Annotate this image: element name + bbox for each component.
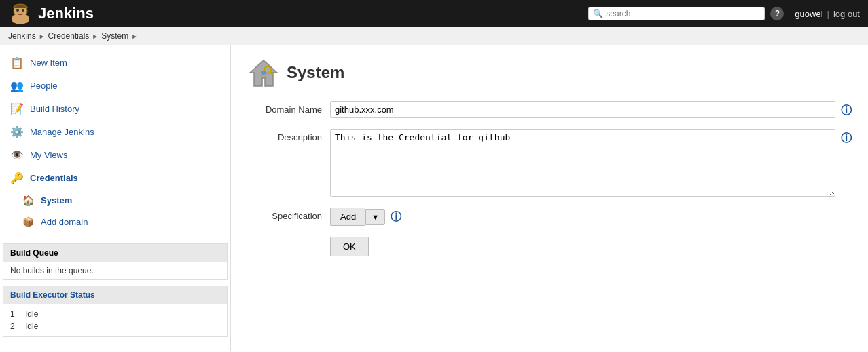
- build-executor-header: Build Executor Status —: [3, 286, 227, 304]
- specification-control-wrap: Add ▼ ⓘ: [330, 208, 852, 226]
- breadcrumb-system-link[interactable]: System: [101, 31, 128, 41]
- domain-name-input[interactable]: [330, 101, 835, 118]
- breadcrumb-arrow-3: ►: [131, 33, 138, 40]
- specification-row: Specification Add ▼ ⓘ: [247, 208, 852, 226]
- system-page-icon: [247, 56, 280, 89]
- sidebar-item-new-item-label: New Item: [30, 58, 67, 68]
- build-executor-title-link[interactable]: Build Executor Status: [10, 290, 95, 300]
- sidebar-item-credentials-label: Credentials: [30, 173, 78, 183]
- layout: 📋 New Item 👥 People 📝 Build History ⚙️ M…: [0, 45, 868, 351]
- search-input[interactable]: [606, 9, 760, 18]
- logout-link[interactable]: log out: [833, 9, 860, 19]
- description-row: Description This is the Credential for g…: [247, 129, 852, 197]
- build-queue-empty-msg: No builds in the queue.: [10, 266, 94, 275]
- my-views-icon: 👁️: [10, 147, 24, 162]
- description-help-icon[interactable]: ⓘ: [841, 132, 852, 146]
- header-help-button[interactable]: ?: [770, 7, 784, 20]
- executor-1-status: Idle: [25, 309, 38, 319]
- build-queue-header: Build Queue —: [3, 244, 227, 262]
- svg-point-9: [261, 71, 266, 75]
- divider: |: [827, 9, 829, 19]
- add-button[interactable]: Add: [330, 208, 365, 226]
- add-dropdown-button[interactable]: ▼: [365, 209, 385, 225]
- credentials-icon: 🔑: [10, 170, 24, 185]
- breadcrumb-jenkins-link[interactable]: Jenkins: [8, 31, 36, 41]
- breadcrumb-jenkins: Jenkins ►: [8, 31, 46, 41]
- description-label: Description: [247, 129, 322, 142]
- executor-1-num: 1: [10, 309, 21, 319]
- sidebar-item-add-domain-label: Add domain: [41, 217, 88, 227]
- description-control-wrap: This is the Credential for github ⓘ: [330, 129, 852, 197]
- breadcrumb-credentials-link[interactable]: Credentials: [48, 31, 90, 41]
- sidebar-item-add-domain[interactable]: 📦 Add domain: [0, 211, 230, 233]
- page-header: System: [247, 56, 852, 89]
- domain-name-row: Domain Name ⓘ: [247, 101, 852, 118]
- logo-area: Jenkins: [8, 1, 94, 26]
- ok-button[interactable]: OK: [330, 237, 369, 256]
- search-box: 🔍: [588, 7, 765, 20]
- new-item-icon: 📋: [10, 55, 24, 70]
- sidebar-item-my-views[interactable]: 👁️ My Views: [0, 143, 230, 166]
- svg-point-4: [16, 9, 19, 12]
- main-content: System Domain Name ⓘ Description This is…: [231, 45, 868, 351]
- add-button-group: Add ▼: [330, 208, 385, 226]
- build-executor-collapse-btn[interactable]: —: [211, 290, 220, 300]
- build-queue-body: No builds in the queue.: [3, 262, 227, 279]
- breadcrumb-credentials: Credentials ►: [48, 31, 99, 41]
- svg-point-5: [22, 9, 24, 12]
- search-area: 🔍 ? guowei | log out: [588, 7, 860, 20]
- sidebar-nav: 📋 New Item 👥 People 📝 Build History ⚙️ M…: [0, 45, 230, 238]
- people-icon: 👥: [10, 78, 24, 93]
- domain-name-control-wrap: ⓘ: [330, 101, 852, 118]
- build-executor-panel: Build Executor Status — 1 Idle 2 Idle: [3, 286, 228, 337]
- executor-2-num: 2: [10, 321, 21, 331]
- build-queue-panel: Build Queue — No builds in the queue.: [3, 243, 228, 280]
- sidebar-item-system-label: System: [41, 195, 72, 206]
- ok-button-row: OK: [247, 237, 852, 256]
- jenkins-logo: [8, 1, 33, 26]
- add-domain-icon: 📦: [20, 214, 35, 229]
- svg-rect-3: [12, 15, 29, 23]
- executor-row-2: 2 Idle: [10, 320, 220, 332]
- breadcrumb-arrow-2: ►: [92, 33, 98, 40]
- domain-name-help-icon[interactable]: ⓘ: [841, 104, 852, 118]
- system-icon: 🏠: [20, 193, 35, 208]
- domain-name-label: Domain Name: [247, 101, 322, 115]
- sidebar-item-my-views-label: My Views: [30, 150, 67, 160]
- search-icon: 🔍: [593, 9, 603, 18]
- sidebar-item-build-history-label: Build History: [30, 104, 79, 114]
- sidebar-item-people-label: People: [30, 81, 57, 91]
- sidebar-item-system[interactable]: 🏠 System: [0, 189, 230, 211]
- build-history-icon: 📝: [10, 101, 24, 116]
- sidebar-item-credentials[interactable]: 🔑 Credentials: [0, 166, 230, 189]
- breadcrumb: Jenkins ► Credentials ► System ►: [0, 27, 868, 45]
- sidebar-item-manage-jenkins-label: Manage Jenkins: [30, 127, 94, 137]
- executor-row-1: 1 Idle: [10, 308, 220, 320]
- executor-2-status: Idle: [25, 321, 38, 331]
- specification-help-icon[interactable]: ⓘ: [391, 210, 401, 224]
- build-queue-title: Build Queue: [10, 248, 58, 258]
- user-area: guowei | log out: [795, 9, 860, 19]
- sidebar-item-build-history[interactable]: 📝 Build History: [0, 97, 230, 120]
- app-header: Jenkins 🔍 ? guowei | log out: [0, 0, 868, 27]
- sidebar: 📋 New Item 👥 People 📝 Build History ⚙️ M…: [0, 45, 231, 351]
- description-textarea[interactable]: This is the Credential for github: [330, 129, 835, 197]
- manage-jenkins-icon: ⚙️: [10, 124, 24, 139]
- username-label: guowei: [795, 9, 822, 19]
- app-title: Jenkins: [38, 5, 94, 22]
- breadcrumb-system: System ►: [101, 31, 138, 41]
- sidebar-item-people[interactable]: 👥 People: [0, 74, 230, 97]
- sidebar-item-manage-jenkins[interactable]: ⚙️ Manage Jenkins: [0, 120, 230, 143]
- breadcrumb-arrow-1: ►: [39, 33, 46, 40]
- build-queue-collapse-btn[interactable]: —: [211, 248, 220, 258]
- sidebar-item-new-item[interactable]: 📋 New Item: [0, 51, 230, 74]
- specification-label: Specification: [247, 208, 322, 221]
- build-executor-body: 1 Idle 2 Idle: [3, 304, 227, 336]
- page-title: System: [287, 63, 344, 82]
